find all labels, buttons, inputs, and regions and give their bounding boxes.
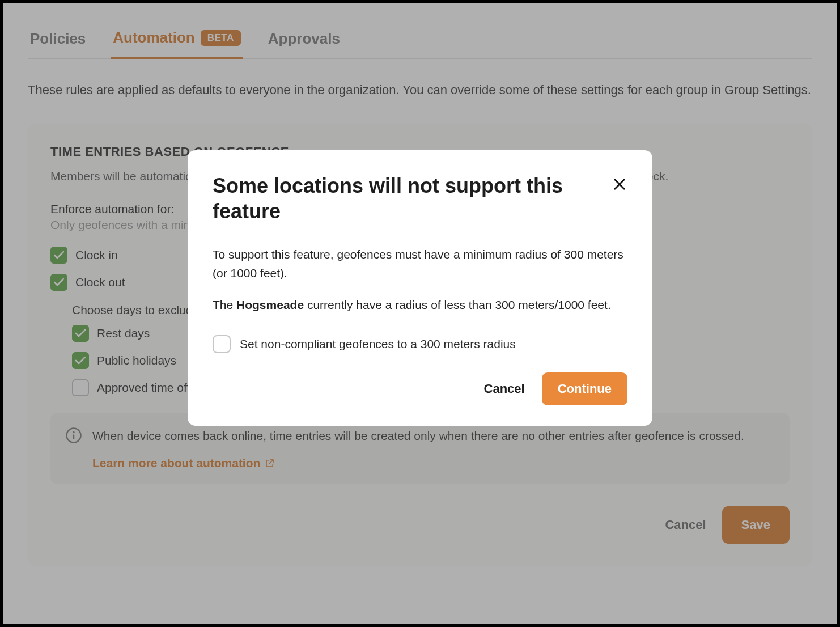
modal-checkbox-row: Set non-compliant geofences to a 300 met… bbox=[213, 335, 627, 353]
modal-actions: Cancel Continue bbox=[213, 372, 627, 405]
modal-cancel-button[interactable]: Cancel bbox=[484, 382, 525, 396]
modal-p2-after: currently have a radius of less than 300… bbox=[304, 298, 611, 311]
modal-paragraph-2: The Hogsmeade currently have a radius of… bbox=[213, 296, 627, 315]
modal-continue-button[interactable]: Continue bbox=[542, 372, 627, 405]
modal-p2-strong: Hogsmeade bbox=[236, 298, 304, 311]
geofence-warning-modal: Some locations will not support this fea… bbox=[188, 150, 652, 426]
modal-overlay[interactable]: Some locations will not support this fea… bbox=[3, 3, 837, 624]
modal-close-button[interactable] bbox=[612, 176, 627, 194]
close-icon bbox=[612, 176, 627, 192]
modal-paragraph-1: To support this feature, geofences must … bbox=[213, 245, 627, 282]
set-noncompliant-checkbox[interactable] bbox=[213, 335, 231, 353]
modal-p2-before: The bbox=[213, 298, 236, 311]
modal-title: Some locations will not support this fea… bbox=[213, 173, 598, 224]
set-noncompliant-label: Set non-compliant geofences to a 300 met… bbox=[240, 337, 516, 351]
modal-header: Some locations will not support this fea… bbox=[213, 173, 627, 224]
